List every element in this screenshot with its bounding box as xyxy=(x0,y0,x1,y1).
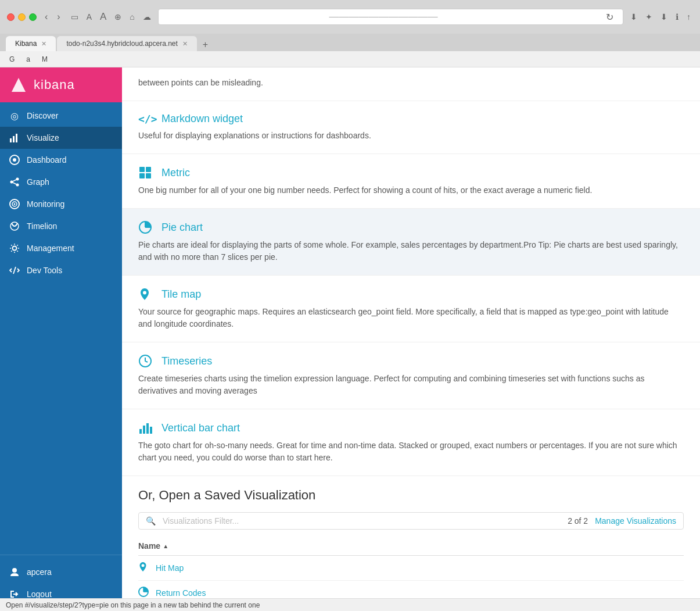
timeseries-icon xyxy=(138,354,155,368)
info-button[interactable]: ℹ xyxy=(673,11,681,23)
tabs-bar: Kibana ✕ todo-n2u3s4.hybridcloud.apcera.… xyxy=(0,34,700,51)
svg-marker-0 xyxy=(12,78,26,92)
timelion-icon xyxy=(9,221,20,231)
sidebar-item-dashboard[interactable]: Dashboard xyxy=(0,149,122,171)
saved-section: Or, Open a Saved Visualization 🔍 2 of 2 … xyxy=(122,476,700,611)
vbar-icon xyxy=(138,421,155,435)
table-header: Name ▲ xyxy=(138,537,684,556)
svg-rect-30 xyxy=(150,427,152,434)
sort-arrow-icon: ▲ xyxy=(163,543,168,549)
maximize-button[interactable] xyxy=(29,13,37,21)
monitoring-icon xyxy=(9,199,20,209)
svg-rect-18 xyxy=(139,167,145,172)
sidebar-label-discover: Discover xyxy=(27,111,58,120)
back-button[interactable]: ‹ xyxy=(41,10,51,23)
tab-apcera-label: todo-n2u3s4.hybridcloud.apcera.net xyxy=(66,40,177,48)
minimize-button[interactable] xyxy=(18,13,26,21)
svg-point-6 xyxy=(10,181,13,184)
viz-item-pie[interactable]: Pie chart Pie charts are ideal for displ… xyxy=(122,209,700,276)
close-button[interactable] xyxy=(7,13,15,21)
download-button[interactable]: ⬇ xyxy=(628,11,640,23)
visualize-icon xyxy=(9,133,20,143)
svg-point-8 xyxy=(16,184,19,187)
bookmark-a[interactable]: a xyxy=(23,54,34,65)
svg-rect-20 xyxy=(139,173,145,178)
sidebar-item-user[interactable]: apcera xyxy=(0,561,122,583)
sidebar-label-visualize: Visualize xyxy=(27,133,59,142)
content-inner: between points can be misleading. </> Ma… xyxy=(122,67,700,611)
svg-point-17 xyxy=(12,568,17,573)
sidebar-item-devtools[interactable]: Dev Tools xyxy=(0,259,122,281)
font-larger[interactable]: A xyxy=(98,10,109,24)
table-row-hitmap[interactable]: Hit Map xyxy=(138,556,684,581)
viz-header-markdown: </> Markdown widget xyxy=(138,113,684,125)
viz-header-metric: Metric xyxy=(138,166,684,180)
svg-rect-29 xyxy=(146,423,149,434)
reload-button[interactable]: ↻ xyxy=(602,12,617,23)
viz-item-timeseries[interactable]: Timeseries Create timeseries charts usin… xyxy=(122,342,700,409)
forward-button[interactable]: › xyxy=(53,10,63,23)
viz-item-markdown[interactable]: </> Markdown widget Useful for displayin… xyxy=(122,101,700,154)
icloud-button[interactable]: ☁ xyxy=(141,11,153,23)
status-bar: Open #/visualize/step/2?type=pie on this… xyxy=(0,598,700,611)
tab-kibana[interactable]: Kibana ✕ xyxy=(6,36,56,51)
pie-icon xyxy=(138,220,155,234)
svg-line-16 xyxy=(13,267,16,274)
sidebar-item-discover[interactable]: ◎ Discover xyxy=(0,105,122,127)
address-bar[interactable]: ────────────────────── ↻ xyxy=(158,9,623,25)
svg-line-9 xyxy=(13,180,16,181)
extensions-button[interactable]: ⬇ xyxy=(658,11,670,23)
filter-row: 🔍 2 of 2 Manage Visualizations xyxy=(138,512,684,530)
viz-desc-markdown: Useful for displaying explanations or in… xyxy=(138,130,684,142)
sidebar-item-timelion[interactable]: Timelion xyxy=(0,215,122,237)
viz-title-markdown: Markdown widget xyxy=(161,113,243,125)
tab-kibana-label: Kibana xyxy=(15,40,37,48)
viz-item-tilemap[interactable]: Tile map Your source for geographic maps… xyxy=(122,276,700,342)
nav-buttons: ‹ › xyxy=(41,10,64,23)
viz-desc-metric: One big number for all of your one big n… xyxy=(138,184,684,196)
viz-title-metric: Metric xyxy=(161,167,190,179)
app-layout: kibana ◎ Discover Visualize xyxy=(0,67,700,611)
font-smaller[interactable]: A xyxy=(84,11,94,23)
manage-visualizations-link[interactable]: Manage Visualizations xyxy=(595,516,676,526)
tab-apcera[interactable]: todo-n2u3s4.hybridcloud.apcera.net ✕ xyxy=(57,36,196,51)
sidebar-toggle[interactable]: ▭ xyxy=(69,11,81,23)
sidebar-item-management[interactable]: Management xyxy=(0,237,122,259)
browser-controls: ▭ A A ⊕ ⌂ ☁ xyxy=(69,10,153,24)
status-bar-text: Open #/visualize/step/2?type=pie on this… xyxy=(6,601,260,609)
svg-rect-3 xyxy=(16,134,17,142)
sidebar-item-graph[interactable]: Graph xyxy=(0,171,122,193)
filter-search-icon: 🔍 xyxy=(146,516,156,526)
viz-desc-pie: Pie charts are ideal for displaying the … xyxy=(138,239,684,263)
home-button[interactable]: ⌂ xyxy=(127,11,137,23)
viz-item-vbar[interactable]: Vertical bar chart The goto chart for oh… xyxy=(122,409,700,476)
new-tab-button[interactable]: + xyxy=(203,40,208,51)
svg-point-7 xyxy=(16,178,19,181)
viz-item-metric[interactable]: Metric One big number for all of your on… xyxy=(122,154,700,209)
sidebar-item-monitoring[interactable]: Monitoring xyxy=(0,193,122,215)
kibana-logo-text: kibana xyxy=(34,77,75,92)
sidebar-label-graph: Graph xyxy=(27,177,49,187)
filter-input[interactable] xyxy=(163,516,561,526)
tab-close-kibana[interactable]: ✕ xyxy=(41,40,46,48)
svg-rect-19 xyxy=(146,167,151,172)
svg-point-13 xyxy=(14,203,16,205)
svg-point-31 xyxy=(142,564,145,567)
reader-mode[interactable]: ⊕ xyxy=(112,11,124,23)
tab-close-apcera[interactable]: ✕ xyxy=(182,40,188,48)
viz-header-tilemap: Tile map xyxy=(138,287,684,301)
bookmark-g[interactable]: G xyxy=(6,54,18,65)
bookmark-bar: G a M xyxy=(0,51,700,67)
content-area: between points can be misleading. </> Ma… xyxy=(122,67,700,611)
screenshot-button[interactable]: ✦ xyxy=(643,11,655,23)
tilemap-icon xyxy=(138,287,155,301)
kibana-logo[interactable]: kibana xyxy=(0,67,122,102)
bookmark-m[interactable]: M xyxy=(38,54,51,65)
visualization-count: 2 of 2 xyxy=(568,516,588,526)
sidebar-item-visualize[interactable]: Visualize xyxy=(0,127,122,149)
share-button[interactable]: ↑ xyxy=(684,11,693,23)
svg-rect-1 xyxy=(10,138,12,142)
browser-chrome: ‹ › ▭ A A ⊕ ⌂ ☁ ────────────────────── ↻… xyxy=(0,0,700,67)
discover-icon: ◎ xyxy=(9,110,20,121)
viz-title-timeseries: Timeseries xyxy=(161,355,212,367)
